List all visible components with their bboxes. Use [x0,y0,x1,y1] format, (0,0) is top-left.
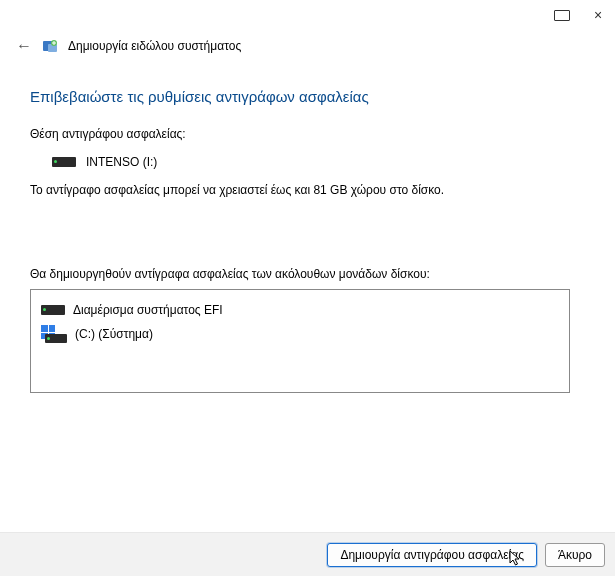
drives-list: Διαμέρισμα συστήματος EFI (C:) (Σύστημα) [30,289,570,393]
hard-drive-icon [41,305,65,315]
titlebar: × [0,0,615,30]
cancel-button[interactable]: Άκυρο [545,543,605,567]
backup-drive-name: INTENSO (I:) [86,155,157,169]
list-item: (C:) (Σύστημα) [41,322,559,346]
back-arrow-icon[interactable]: ← [16,37,32,55]
backup-location-label: Θέση αντιγράφου ασφαλείας: [30,127,585,141]
page-heading: Επιβεβαιώστε τις ρυθμίσεις αντιγράφων ασ… [30,88,585,105]
drive-item-label: (C:) (Σύστημα) [75,327,153,341]
footer-bar: Δημιουργία αντιγράφου ασφαλείας Άκυρο [0,532,615,576]
wizard-title: Δημιουργία ειδώλου συστήματος [68,39,241,53]
list-item: Διαμέρισμα συστήματος EFI [41,298,559,322]
backup-location-drive: INTENSO (I:) [30,155,585,169]
drives-to-backup-label: Θα δημιουργηθούν αντίγραφα ασφαλείας των… [30,267,585,281]
hard-drive-icon [52,157,76,167]
start-backup-button[interactable]: Δημιουργία αντιγράφου ασφαλείας [327,543,537,567]
space-required-text: Το αντίγραφο ασφαλείας μπορεί να χρειαστ… [30,183,585,197]
content-area: Επιβεβαιώστε τις ρυθμίσεις αντιγράφων ασ… [0,62,615,393]
header: ← Δημιουργία ειδώλου συστήματος [0,30,615,62]
close-icon[interactable]: × [589,8,607,22]
drive-item-label: Διαμέρισμα συστήματος EFI [73,303,223,317]
windows-drive-icon [41,325,67,343]
app-icon [42,38,58,54]
window-state-icon[interactable] [553,8,571,22]
